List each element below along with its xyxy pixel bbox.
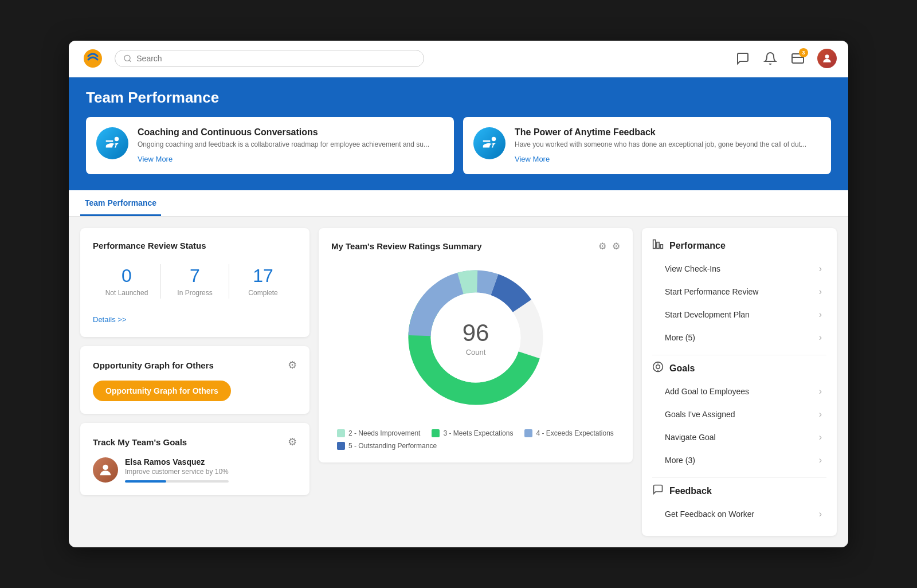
search-input[interactable] bbox=[136, 54, 416, 63]
sidebar-menu-item[interactable]: More (5)› bbox=[652, 326, 826, 349]
sidebar-menu-item-label: More (3) bbox=[665, 456, 695, 465]
feedback-icon bbox=[473, 127, 505, 159]
opportunity-graph-card: Opportunity Graph for Others ⚙ Opportuni… bbox=[80, 346, 309, 414]
coaching-view-more[interactable]: View More bbox=[138, 155, 173, 163]
sidebar-menu-item[interactable]: Start Performance Review› bbox=[652, 280, 826, 303]
svg-point-4 bbox=[103, 465, 108, 470]
header-banner: Team Performance Coaching and Continuous… bbox=[69, 77, 848, 191]
svg-point-0 bbox=[124, 55, 130, 61]
section-divider-2 bbox=[652, 477, 826, 478]
messages-icon[interactable] bbox=[735, 50, 751, 66]
legend-label: 2 - Needs Improvement bbox=[348, 429, 420, 437]
feedback-section-title: Feedback bbox=[669, 486, 712, 496]
ratings-title: My Team's Review Ratings Summary bbox=[331, 241, 482, 251]
in-progress-label: In Progress bbox=[161, 289, 229, 297]
details-link[interactable]: Details >> bbox=[93, 315, 127, 324]
goal-progress-fill bbox=[125, 480, 166, 483]
banner-cards: Coaching and Continuous Conversations On… bbox=[86, 117, 831, 175]
legend-item: 2 - Needs Improvement bbox=[337, 429, 420, 437]
sidebar-menu-item[interactable]: View Check-Ins› bbox=[652, 257, 826, 280]
ratings-settings-icon[interactable]: ⚙ bbox=[612, 241, 620, 252]
chevron-right-icon: › bbox=[819, 287, 822, 297]
goals-menu: Add Goal to Employees›Goals I've Assigne… bbox=[652, 380, 826, 472]
opportunity-graph-settings-icon[interactable]: ⚙ bbox=[288, 359, 297, 371]
stat-not-launched: 0 Not Launched bbox=[93, 260, 160, 303]
legend-item: 5 - Outstanding Performance bbox=[337, 442, 437, 450]
sidebar-menu-item[interactable]: Navigate Goal› bbox=[652, 426, 826, 449]
search-icon bbox=[123, 54, 132, 63]
coaching-icon bbox=[96, 127, 128, 159]
workday-logo[interactable] bbox=[80, 46, 105, 71]
track-goals-settings-icon[interactable]: ⚙ bbox=[288, 436, 297, 448]
section-divider-1 bbox=[652, 355, 826, 355]
chevron-right-icon: › bbox=[819, 509, 822, 519]
inbox-icon[interactable]: 3 bbox=[790, 50, 806, 66]
donut-count: 96 bbox=[463, 319, 489, 347]
feedback-content: The Power of Anytime Feedback Have you w… bbox=[515, 127, 806, 164]
performance-section: Performance View Check-Ins›Start Perform… bbox=[652, 238, 826, 349]
sidebar-menu-item[interactable]: Get Feedback on Worker› bbox=[652, 503, 826, 526]
not-launched-label: Not Launched bbox=[93, 289, 160, 297]
stat-complete: 17 Complete bbox=[229, 260, 297, 303]
chevron-right-icon: › bbox=[819, 409, 822, 420]
svg-line-1 bbox=[130, 60, 131, 62]
sidebar-menu-item-label: More (5) bbox=[665, 333, 695, 342]
performance-review-title: Performance Review Status bbox=[93, 241, 297, 250]
notifications-icon[interactable] bbox=[762, 50, 778, 66]
coaching-title: Coaching and Continuous Conversations bbox=[138, 127, 429, 138]
coaching-content: Coaching and Continuous Conversations On… bbox=[138, 127, 429, 164]
donut-chart-container: 96 Count bbox=[331, 257, 620, 418]
sidebar-menu-item[interactable]: Start Development Plan› bbox=[652, 303, 826, 326]
coaching-card: Coaching and Continuous Conversations On… bbox=[86, 117, 454, 175]
sidebar-menu-item[interactable]: More (3)› bbox=[652, 449, 826, 472]
avatar-person-icon bbox=[97, 462, 113, 478]
opportunity-graph-header: Opportunity Graph for Others ⚙ bbox=[93, 359, 297, 371]
nav-icons: 3 bbox=[735, 49, 837, 68]
legend-item: 3 - Meets Expectations bbox=[432, 429, 513, 437]
sidebar-menu-item-label: Navigate Goal bbox=[665, 433, 716, 442]
sidebar-menu-item-label: Start Development Plan bbox=[665, 310, 750, 319]
chevron-right-icon: › bbox=[819, 455, 822, 465]
legend-color bbox=[432, 429, 440, 437]
sidebar-menu-item[interactable]: Add Goal to Employees› bbox=[652, 380, 826, 403]
chevron-right-icon: › bbox=[819, 309, 822, 320]
ratings-header: My Team's Review Ratings Summary ⚙ ⚙ bbox=[331, 241, 620, 252]
page-title: Team Performance bbox=[86, 89, 831, 107]
legend-color bbox=[524, 429, 532, 437]
svg-point-14 bbox=[653, 362, 663, 372]
review-stats: 0 Not Launched 7 In Progress 17 Complete bbox=[93, 260, 297, 303]
ratings-card: My Team's Review Ratings Summary ⚙ ⚙ bbox=[319, 228, 633, 462]
svg-point-3 bbox=[825, 54, 829, 58]
feedback-section-header: Feedback bbox=[652, 484, 826, 498]
inbox-badge: 3 bbox=[799, 48, 808, 57]
track-goals-title: Track My Team's Goals bbox=[93, 437, 187, 447]
track-goals-card: Track My Team's Goals ⚙ Elsa Ramos Vasqu… bbox=[80, 423, 309, 495]
svg-rect-13 bbox=[660, 245, 663, 249]
user-avatar[interactable] bbox=[817, 49, 837, 68]
tab-team-performance[interactable]: Team Performance bbox=[80, 190, 161, 216]
sidebar-menu-item-label: Get Feedback on Worker bbox=[665, 509, 754, 519]
tabs-bar: Team Performance bbox=[69, 190, 848, 217]
goals-section-title: Goals bbox=[669, 363, 695, 374]
goals-section: Goals Add Goal to Employees›Goals I've A… bbox=[652, 361, 826, 472]
in-progress-number: 7 bbox=[161, 265, 229, 287]
legend-label: 3 - Meets Expectations bbox=[443, 429, 513, 437]
performance-menu: View Check-Ins›Start Performance Review›… bbox=[652, 257, 826, 349]
feedback-view-more[interactable]: View More bbox=[515, 155, 550, 163]
search-bar[interactable] bbox=[115, 50, 424, 67]
sidebar-menu-item-label: Add Goal to Employees bbox=[665, 387, 749, 396]
complete-label: Complete bbox=[229, 289, 297, 297]
ratings-filter-icon[interactable]: ⚙ bbox=[598, 241, 606, 252]
sidebar-menu-item[interactable]: Goals I've Assigned› bbox=[652, 403, 826, 426]
goal-person-avatar bbox=[93, 457, 118, 483]
sidebar-menu-item-label: Start Performance Review bbox=[665, 287, 758, 296]
feedback-menu: Get Feedback on Worker› bbox=[652, 503, 826, 526]
chevron-right-icon: › bbox=[819, 264, 822, 274]
chevron-right-icon: › bbox=[819, 386, 822, 397]
sidebar-menu-item-label: Goals I've Assigned bbox=[665, 410, 735, 419]
svg-rect-12 bbox=[657, 242, 659, 249]
legend-label: 4 - Exceeds Expectations bbox=[536, 429, 613, 437]
main-window: 3 Team Performance Coaching and Continuo… bbox=[69, 41, 848, 548]
goal-info: Elsa Ramos Vasquez Improve customer serv… bbox=[125, 457, 229, 483]
opportunity-graph-button[interactable]: Opportunity Graph for Others bbox=[93, 381, 231, 401]
